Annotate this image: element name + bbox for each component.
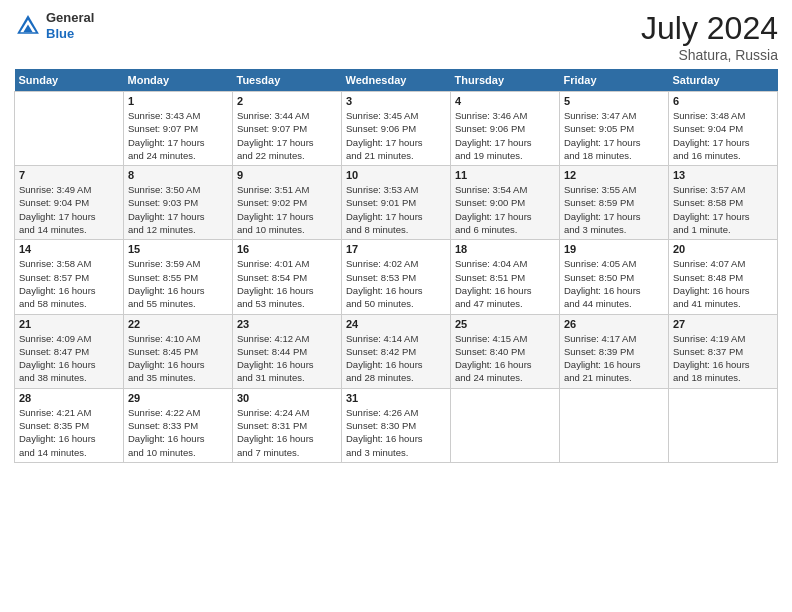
- calendar-cell: 4Sunrise: 3:46 AM Sunset: 9:06 PM Daylig…: [451, 92, 560, 166]
- day-number: 3: [346, 95, 446, 107]
- day-number: 16: [237, 243, 337, 255]
- month-title: July 2024: [641, 10, 778, 47]
- col-saturday: Saturday: [669, 69, 778, 92]
- day-number: 30: [237, 392, 337, 404]
- day-number: 4: [455, 95, 555, 107]
- calendar-cell: 22Sunrise: 4:10 AM Sunset: 8:45 PM Dayli…: [124, 314, 233, 388]
- calendar-cell: 2Sunrise: 3:44 AM Sunset: 9:07 PM Daylig…: [233, 92, 342, 166]
- logo: General Blue: [14, 10, 94, 41]
- day-info: Sunrise: 3:45 AM Sunset: 9:06 PM Dayligh…: [346, 109, 446, 162]
- day-number: 20: [673, 243, 773, 255]
- day-number: 21: [19, 318, 119, 330]
- day-info: Sunrise: 3:44 AM Sunset: 9:07 PM Dayligh…: [237, 109, 337, 162]
- calendar-cell: 24Sunrise: 4:14 AM Sunset: 8:42 PM Dayli…: [342, 314, 451, 388]
- day-info: Sunrise: 4:12 AM Sunset: 8:44 PM Dayligh…: [237, 332, 337, 385]
- day-number: 10: [346, 169, 446, 181]
- location-subtitle: Shatura, Russia: [641, 47, 778, 63]
- calendar-table: Sunday Monday Tuesday Wednesday Thursday…: [14, 69, 778, 463]
- day-number: 11: [455, 169, 555, 181]
- day-info: Sunrise: 4:26 AM Sunset: 8:30 PM Dayligh…: [346, 406, 446, 459]
- header-row: Sunday Monday Tuesday Wednesday Thursday…: [15, 69, 778, 92]
- day-info: Sunrise: 4:22 AM Sunset: 8:33 PM Dayligh…: [128, 406, 228, 459]
- day-number: 12: [564, 169, 664, 181]
- day-number: 22: [128, 318, 228, 330]
- col-monday: Monday: [124, 69, 233, 92]
- day-info: Sunrise: 4:21 AM Sunset: 8:35 PM Dayligh…: [19, 406, 119, 459]
- day-info: Sunrise: 4:10 AM Sunset: 8:45 PM Dayligh…: [128, 332, 228, 385]
- calendar-cell: 16Sunrise: 4:01 AM Sunset: 8:54 PM Dayli…: [233, 240, 342, 314]
- calendar-cell: [451, 388, 560, 462]
- day-info: Sunrise: 3:51 AM Sunset: 9:02 PM Dayligh…: [237, 183, 337, 236]
- calendar-cell: 27Sunrise: 4:19 AM Sunset: 8:37 PM Dayli…: [669, 314, 778, 388]
- col-wednesday: Wednesday: [342, 69, 451, 92]
- calendar-week-4: 28Sunrise: 4:21 AM Sunset: 8:35 PM Dayli…: [15, 388, 778, 462]
- calendar-cell: 29Sunrise: 4:22 AM Sunset: 8:33 PM Dayli…: [124, 388, 233, 462]
- calendar-cell: 5Sunrise: 3:47 AM Sunset: 9:05 PM Daylig…: [560, 92, 669, 166]
- day-info: Sunrise: 4:05 AM Sunset: 8:50 PM Dayligh…: [564, 257, 664, 310]
- calendar-cell: 26Sunrise: 4:17 AM Sunset: 8:39 PM Dayli…: [560, 314, 669, 388]
- day-number: 1: [128, 95, 228, 107]
- calendar-cell: 10Sunrise: 3:53 AM Sunset: 9:01 PM Dayli…: [342, 166, 451, 240]
- day-info: Sunrise: 4:09 AM Sunset: 8:47 PM Dayligh…: [19, 332, 119, 385]
- day-number: 19: [564, 243, 664, 255]
- title-section: July 2024 Shatura, Russia: [641, 10, 778, 63]
- day-info: Sunrise: 4:15 AM Sunset: 8:40 PM Dayligh…: [455, 332, 555, 385]
- day-info: Sunrise: 3:58 AM Sunset: 8:57 PM Dayligh…: [19, 257, 119, 310]
- day-info: Sunrise: 3:48 AM Sunset: 9:04 PM Dayligh…: [673, 109, 773, 162]
- col-sunday: Sunday: [15, 69, 124, 92]
- day-number: 14: [19, 243, 119, 255]
- day-number: 27: [673, 318, 773, 330]
- day-info: Sunrise: 4:04 AM Sunset: 8:51 PM Dayligh…: [455, 257, 555, 310]
- col-tuesday: Tuesday: [233, 69, 342, 92]
- calendar-week-0: 1Sunrise: 3:43 AM Sunset: 9:07 PM Daylig…: [15, 92, 778, 166]
- day-number: 18: [455, 243, 555, 255]
- day-number: 31: [346, 392, 446, 404]
- day-number: 17: [346, 243, 446, 255]
- calendar-cell: 31Sunrise: 4:26 AM Sunset: 8:30 PM Dayli…: [342, 388, 451, 462]
- day-number: 15: [128, 243, 228, 255]
- calendar-cell: 23Sunrise: 4:12 AM Sunset: 8:44 PM Dayli…: [233, 314, 342, 388]
- day-number: 8: [128, 169, 228, 181]
- calendar-cell: 13Sunrise: 3:57 AM Sunset: 8:58 PM Dayli…: [669, 166, 778, 240]
- day-info: Sunrise: 3:43 AM Sunset: 9:07 PM Dayligh…: [128, 109, 228, 162]
- day-info: Sunrise: 4:19 AM Sunset: 8:37 PM Dayligh…: [673, 332, 773, 385]
- day-info: Sunrise: 3:54 AM Sunset: 9:00 PM Dayligh…: [455, 183, 555, 236]
- calendar-cell: 1Sunrise: 3:43 AM Sunset: 9:07 PM Daylig…: [124, 92, 233, 166]
- calendar-cell: 30Sunrise: 4:24 AM Sunset: 8:31 PM Dayli…: [233, 388, 342, 462]
- calendar-week-2: 14Sunrise: 3:58 AM Sunset: 8:57 PM Dayli…: [15, 240, 778, 314]
- day-number: 7: [19, 169, 119, 181]
- calendar-cell: 12Sunrise: 3:55 AM Sunset: 8:59 PM Dayli…: [560, 166, 669, 240]
- calendar-cell: 28Sunrise: 4:21 AM Sunset: 8:35 PM Dayli…: [15, 388, 124, 462]
- calendar-cell: 25Sunrise: 4:15 AM Sunset: 8:40 PM Dayli…: [451, 314, 560, 388]
- logo-blue: Blue: [46, 26, 94, 42]
- day-number: 2: [237, 95, 337, 107]
- day-number: 29: [128, 392, 228, 404]
- logo-icon: [14, 12, 42, 40]
- day-info: Sunrise: 4:07 AM Sunset: 8:48 PM Dayligh…: [673, 257, 773, 310]
- day-info: Sunrise: 3:49 AM Sunset: 9:04 PM Dayligh…: [19, 183, 119, 236]
- day-number: 6: [673, 95, 773, 107]
- day-number: 5: [564, 95, 664, 107]
- calendar-body: 1Sunrise: 3:43 AM Sunset: 9:07 PM Daylig…: [15, 92, 778, 463]
- calendar-cell: 17Sunrise: 4:02 AM Sunset: 8:53 PM Dayli…: [342, 240, 451, 314]
- logo-text: General Blue: [46, 10, 94, 41]
- calendar-header: Sunday Monday Tuesday Wednesday Thursday…: [15, 69, 778, 92]
- day-info: Sunrise: 3:59 AM Sunset: 8:55 PM Dayligh…: [128, 257, 228, 310]
- calendar-cell: 9Sunrise: 3:51 AM Sunset: 9:02 PM Daylig…: [233, 166, 342, 240]
- calendar-cell: 20Sunrise: 4:07 AM Sunset: 8:48 PM Dayli…: [669, 240, 778, 314]
- day-info: Sunrise: 3:53 AM Sunset: 9:01 PM Dayligh…: [346, 183, 446, 236]
- day-info: Sunrise: 3:46 AM Sunset: 9:06 PM Dayligh…: [455, 109, 555, 162]
- calendar-cell: 15Sunrise: 3:59 AM Sunset: 8:55 PM Dayli…: [124, 240, 233, 314]
- logo-general: General: [46, 10, 94, 26]
- day-number: 9: [237, 169, 337, 181]
- header: General Blue July 2024 Shatura, Russia: [14, 10, 778, 63]
- calendar-cell: 3Sunrise: 3:45 AM Sunset: 9:06 PM Daylig…: [342, 92, 451, 166]
- day-number: 24: [346, 318, 446, 330]
- day-info: Sunrise: 4:17 AM Sunset: 8:39 PM Dayligh…: [564, 332, 664, 385]
- col-thursday: Thursday: [451, 69, 560, 92]
- calendar-cell: [15, 92, 124, 166]
- calendar-cell: [560, 388, 669, 462]
- calendar-cell: 7Sunrise: 3:49 AM Sunset: 9:04 PM Daylig…: [15, 166, 124, 240]
- day-number: 23: [237, 318, 337, 330]
- day-info: Sunrise: 4:14 AM Sunset: 8:42 PM Dayligh…: [346, 332, 446, 385]
